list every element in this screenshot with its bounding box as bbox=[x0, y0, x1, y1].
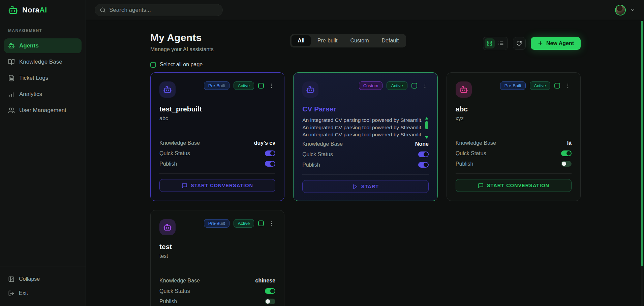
sidebar-item-analytics[interactable]: Analytics bbox=[4, 87, 82, 102]
sidebar-item-label: Knowledge Base bbox=[19, 59, 62, 65]
page-header: My Agents Manage your AI assistants All … bbox=[150, 32, 581, 53]
publish-toggle[interactable] bbox=[265, 299, 275, 304]
book-open-icon bbox=[8, 59, 15, 65]
agent-card-abc: Pre-Built Active abc xyz Knowledge Base … bbox=[447, 72, 581, 201]
publish-label: Publish bbox=[302, 162, 320, 168]
publish-toggle[interactable] bbox=[418, 162, 429, 168]
quick-status-toggle[interactable] bbox=[418, 151, 429, 157]
sidebar-item-ticket-logs[interactable]: Ticket Logs bbox=[4, 71, 82, 86]
exit-label: Exit bbox=[19, 290, 28, 296]
publish-label: Publish bbox=[456, 161, 473, 167]
knowledge-base-label: Knowledge Base bbox=[159, 278, 200, 284]
tab-pre-built[interactable]: Pre-built bbox=[311, 35, 344, 46]
agent-description: abc bbox=[159, 115, 275, 122]
agent-description-scroller: An integrated CV parsing tool powered by… bbox=[302, 116, 429, 139]
refresh-button[interactable] bbox=[513, 37, 526, 50]
agent-name: CV Parser bbox=[302, 105, 429, 113]
description-scrollbar[interactable] bbox=[425, 116, 429, 139]
agent-description: xyz bbox=[456, 115, 572, 122]
agent-description: An integrated CV parsing tool powered by… bbox=[302, 116, 423, 139]
start-button[interactable]: START bbox=[302, 180, 429, 193]
scroll-thumb[interactable] bbox=[425, 121, 428, 129]
tab-custom[interactable]: Custom bbox=[344, 35, 375, 46]
knowledge-base-value: None bbox=[415, 141, 429, 147]
select-all-row: Select all on page bbox=[150, 62, 581, 68]
publish-row: Publish bbox=[159, 296, 275, 306]
knowledge-base-value: chinese bbox=[255, 278, 276, 284]
new-agent-button[interactable]: New Agent bbox=[531, 37, 581, 50]
page-title: My Agents bbox=[150, 32, 214, 43]
collapse-button[interactable]: Collapse bbox=[4, 272, 82, 286]
quick-status-toggle[interactable] bbox=[265, 150, 275, 156]
quick-status-toggle[interactable] bbox=[561, 150, 572, 156]
sidebar-item-knowledge-base[interactable]: Knowledge Base bbox=[4, 55, 82, 69]
card-checkbox[interactable] bbox=[554, 83, 560, 89]
sidebar-item-label: User Management bbox=[19, 107, 66, 114]
main-content: My Agents Manage your AI assistants All … bbox=[86, 20, 644, 306]
quick-status-label: Quick Status bbox=[159, 150, 190, 157]
quick-status-label: Quick Status bbox=[302, 151, 333, 158]
quick-status-label: Quick Status bbox=[456, 150, 486, 157]
chevron-down-icon[interactable] bbox=[630, 7, 635, 13]
sidebar: NoraAI MANAGEMENT Agents Knowledge Base … bbox=[0, 0, 86, 306]
sidebar-nav: MANAGEMENT Agents Knowledge Base Ticket … bbox=[0, 20, 86, 267]
list-view-button[interactable] bbox=[496, 38, 506, 48]
scroll-down-icon[interactable] bbox=[425, 136, 428, 139]
publish-label: Publish bbox=[159, 299, 177, 305]
search-input[interactable] bbox=[109, 7, 218, 13]
publish-toggle[interactable] bbox=[265, 161, 275, 167]
card-divider bbox=[159, 173, 275, 174]
knowledge-base-label: Knowledge Base bbox=[456, 140, 496, 146]
page-subtitle: Manage your AI assistants bbox=[150, 46, 214, 53]
grid-view-button[interactable] bbox=[485, 38, 495, 48]
scroll-up-icon[interactable] bbox=[425, 117, 428, 120]
status-badge: Active bbox=[530, 81, 550, 90]
description-line: An integrated CV parsing tool powered by… bbox=[302, 131, 423, 138]
topbar bbox=[86, 0, 644, 20]
card-checkbox[interactable] bbox=[411, 83, 417, 89]
page-scrollbar-thumb[interactable] bbox=[641, 21, 643, 266]
brand: NoraAI bbox=[0, 0, 86, 20]
knowledge-base-row: Knowledge Base chinese bbox=[159, 275, 275, 286]
knowledge-base-label: Knowledge Base bbox=[159, 140, 200, 146]
collapse-label: Collapse bbox=[19, 276, 40, 282]
publish-toggle[interactable] bbox=[561, 161, 572, 167]
agent-card-test-prebuilt: Pre-Built Active test_prebuilt abc Knowl… bbox=[150, 72, 284, 201]
user-menu[interactable] bbox=[615, 5, 635, 15]
action-label: START bbox=[361, 184, 379, 189]
knowledge-base-row: Knowledge Base lă bbox=[456, 138, 572, 148]
more-options-icon[interactable] bbox=[564, 82, 572, 90]
quick-status-toggle[interactable] bbox=[265, 288, 275, 294]
agents-grid: Pre-Built Active test_prebuilt abc Knowl… bbox=[150, 72, 581, 306]
card-checkbox[interactable] bbox=[258, 220, 264, 226]
card-top: Pre-Built Active bbox=[456, 81, 572, 98]
action-label: START CONVERSATION bbox=[487, 183, 549, 188]
start-conversation-button[interactable]: START CONVERSATION bbox=[159, 179, 275, 192]
more-options-icon[interactable] bbox=[268, 82, 275, 90]
avatar[interactable] bbox=[615, 5, 626, 15]
start-conversation-button[interactable]: START CONVERSATION bbox=[456, 179, 572, 192]
sidebar-item-agents[interactable]: Agents bbox=[4, 38, 82, 53]
sidebar-item-label: Analytics bbox=[19, 91, 42, 98]
search-icon bbox=[100, 7, 106, 13]
bot-icon bbox=[456, 81, 472, 98]
header-controls: New Agent bbox=[483, 37, 581, 50]
nav-section-label: MANAGEMENT bbox=[0, 28, 86, 33]
more-options-icon[interactable] bbox=[421, 82, 429, 90]
agent-name: test bbox=[159, 243, 275, 251]
knowledge-base-value: lă bbox=[567, 140, 572, 146]
tab-all[interactable]: All bbox=[292, 35, 310, 46]
more-options-icon[interactable] bbox=[268, 220, 275, 227]
search-box[interactable] bbox=[95, 4, 223, 16]
select-all-checkbox[interactable] bbox=[150, 62, 156, 68]
select-all-label: Select all on page bbox=[160, 62, 203, 68]
tab-default[interactable]: Default bbox=[376, 35, 405, 46]
knowledge-base-label: Knowledge Base bbox=[302, 141, 343, 147]
bot-icon bbox=[159, 219, 176, 235]
card-checkbox[interactable] bbox=[258, 83, 264, 89]
exit-button[interactable]: Exit bbox=[4, 286, 82, 300]
sidebar-item-user-management[interactable]: User Management bbox=[4, 103, 82, 118]
agent-description: test bbox=[159, 253, 275, 259]
quick-status-row: Quick Status bbox=[159, 286, 275, 296]
agent-card-test: Pre-Built Active test test Knowledge Bas… bbox=[150, 210, 284, 306]
